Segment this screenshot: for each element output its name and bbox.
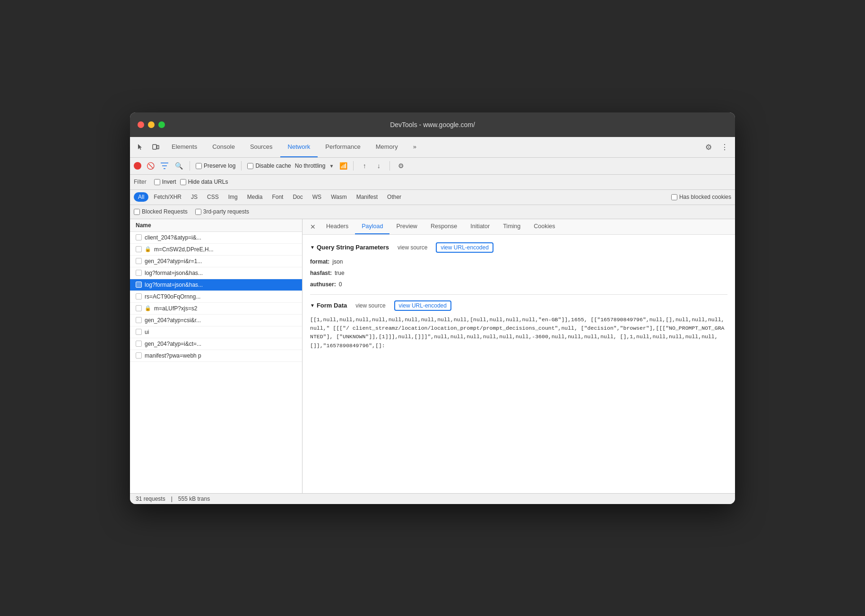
has-blocked-checkbox[interactable] <box>671 194 677 200</box>
item-checkbox[interactable] <box>136 258 142 264</box>
device-icon[interactable] <box>149 140 162 154</box>
filter-doc[interactable]: Doc <box>288 192 307 202</box>
download-icon[interactable]: ↓ <box>373 161 384 171</box>
file-name: log?format=json&has... <box>145 270 203 276</box>
filter-js[interactable]: JS <box>187 192 202 202</box>
tab-console[interactable]: Console <box>205 137 242 157</box>
tab-cookies[interactable]: Cookies <box>527 219 562 234</box>
filter-types-bar: All Fetch/XHR JS CSS Img Media Font Doc … <box>130 190 735 205</box>
filter-css[interactable]: CSS <box>203 192 223 202</box>
sep2 <box>241 161 242 171</box>
list-item[interactable]: gen_204?atyp=i&ct=... <box>130 338 302 350</box>
sep1 <box>190 161 190 171</box>
maximize-button[interactable] <box>158 121 165 128</box>
preserve-log-checkbox[interactable] <box>196 163 202 169</box>
third-party-checkbox[interactable] <box>195 209 201 215</box>
cursor-icon[interactable] <box>134 140 147 154</box>
item-checkbox[interactable] <box>136 246 142 252</box>
list-item[interactable]: 🔒 m=CnSW2d,DPreE,H... <box>130 244 302 256</box>
disable-cache-checkbox[interactable] <box>247 163 253 169</box>
tab-preview[interactable]: Preview <box>389 219 424 234</box>
view-url-encoded-query[interactable]: view URL-encoded <box>436 242 493 253</box>
filter-bar: Filter Invert Hide data URLs <box>130 175 735 190</box>
tab-elements[interactable]: Elements <box>164 137 205 157</box>
item-checkbox[interactable] <box>136 282 142 288</box>
settings-icon[interactable]: ⚙ <box>702 140 715 154</box>
filter-all[interactable]: All <box>134 192 148 202</box>
list-item[interactable]: client_204?&atyp=i&... <box>130 232 302 244</box>
minimize-button[interactable] <box>148 121 155 128</box>
file-list-header: Name <box>130 219 302 232</box>
record-button[interactable] <box>134 162 141 170</box>
list-item-selected[interactable]: log?format=json&has... <box>130 279 302 291</box>
throttle-arrow[interactable]: ▼ <box>329 163 334 169</box>
list-item[interactable]: 🔒 m=aLUfP?xjs=s2 <box>130 303 302 315</box>
filter-ws[interactable]: WS <box>308 192 326 202</box>
search-icon[interactable]: 🔍 <box>173 161 184 171</box>
invert-checkbox[interactable] <box>154 179 160 185</box>
list-item[interactable]: manifest?pwa=webh p <box>130 350 302 362</box>
throttle-label: No throttling <box>295 163 326 169</box>
hide-data-urls-group: Hide data URLs <box>180 179 228 185</box>
item-checkbox[interactable] <box>136 305 142 311</box>
item-checkbox[interactable] <box>136 317 142 323</box>
tab-sources[interactable]: Sources <box>242 137 280 157</box>
detail-tabs: ✕ Headers Payload Preview Response Initi… <box>303 219 735 235</box>
preserve-log-label: Preserve log <box>204 163 235 169</box>
tab-headers[interactable]: Headers <box>320 219 355 234</box>
list-item[interactable]: gen_204?atyp=csi&r... <box>130 315 302 326</box>
tab-response[interactable]: Response <box>424 219 464 234</box>
hide-data-urls-label: Hide data URLs <box>188 179 228 185</box>
blocked-requests-checkbox[interactable] <box>134 209 140 215</box>
filter-fetch-xhr[interactable]: Fetch/XHR <box>149 192 186 202</box>
list-item[interactable]: log?format=json&has... <box>130 267 302 279</box>
third-party-label: 3rd-party requests <box>203 208 249 215</box>
clear-icon[interactable]: 🚫 <box>145 161 156 171</box>
filter-media[interactable]: Media <box>243 192 267 202</box>
param-value-format: json <box>332 257 343 266</box>
list-item[interactable]: rs=ACT90oFqOrnng... <box>130 291 302 303</box>
filter-img[interactable]: Img <box>224 192 242 202</box>
tab-initiator[interactable]: Initiator <box>464 219 496 234</box>
param-value-authuser: 0 <box>339 280 342 289</box>
view-url-encoded-form[interactable]: view URL-encoded <box>394 300 451 311</box>
tab-payload[interactable]: Payload <box>355 219 389 234</box>
tab-network[interactable]: Network <box>280 137 318 157</box>
more-options-icon[interactable]: ⋮ <box>718 140 731 154</box>
view-source-query[interactable]: view source <box>395 244 430 251</box>
param-key-format: format: <box>310 257 329 266</box>
item-checkbox[interactable] <box>136 329 142 335</box>
item-checkbox[interactable] <box>136 341 142 347</box>
filter-font[interactable]: Font <box>268 192 287 202</box>
upload-icon[interactable]: ↑ <box>359 161 370 171</box>
tab-memory[interactable]: Memory <box>368 137 406 157</box>
close-detail-button[interactable]: ✕ <box>306 219 320 234</box>
tab-bar: Elements Console Sources Network Perform… <box>164 137 700 157</box>
preserve-log-group: Preserve log <box>196 163 235 169</box>
tab-performance[interactable]: Performance <box>318 137 368 157</box>
tab-timing[interactable]: Timing <box>496 219 527 234</box>
item-checkbox[interactable] <box>136 234 142 240</box>
devtools-window: DevTools - www.google.com/ Elements Cons… <box>130 112 735 504</box>
filter-label: Filter <box>134 179 147 185</box>
param-value-hasfast: true <box>335 269 345 277</box>
query-params: format: json hasfast: true authuser: 0 <box>310 257 727 289</box>
view-source-form[interactable]: view source <box>353 302 388 309</box>
list-item[interactable]: ui <box>130 326 302 338</box>
filter-wasm[interactable]: Wasm <box>327 192 351 202</box>
tab-more[interactable]: » <box>406 137 424 157</box>
filter-manifest[interactable]: Manifest <box>352 192 382 202</box>
file-name: manifest?pwa=webh p <box>145 352 201 359</box>
network-toolbar: 🚫 🔍 Preserve log Disable cache No thrott… <box>130 158 735 175</box>
item-checkbox[interactable] <box>136 293 142 299</box>
hide-data-urls-checkbox[interactable] <box>180 179 186 185</box>
svg-rect-1 <box>157 145 159 149</box>
filter-other[interactable]: Other <box>383 192 406 202</box>
network-settings-icon[interactable]: ⚙ <box>396 161 406 171</box>
list-item[interactable]: gen_204?atyp=i&r=1... <box>130 256 302 267</box>
close-button[interactable] <box>138 121 144 128</box>
item-checkbox[interactable] <box>136 270 142 276</box>
item-checkbox[interactable] <box>136 352 142 359</box>
filter-icon[interactable] <box>159 161 170 171</box>
blocked-requests-bar: Blocked Requests 3rd-party requests <box>130 205 735 219</box>
